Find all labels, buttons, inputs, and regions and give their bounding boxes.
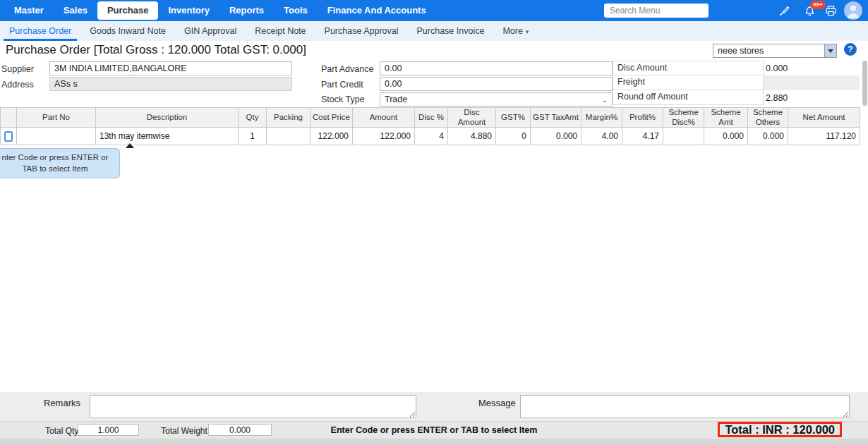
purchase-order-screen: Master Sales Purchase Inventory Reports … <box>0 0 868 445</box>
help-icon[interactable]: ? <box>844 43 857 56</box>
purchase-subnav: Purchase Order Goods Inward Note GIN App… <box>0 21 868 41</box>
footer-bar: Total Qty Total Weight Enter Code or pre… <box>0 421 868 439</box>
grid-item-row: 13th may itemwise 1 122.000 122.000 4 4.… <box>1 128 860 145</box>
header-scheme-others: Scheme Others <box>748 108 788 128</box>
part-advance-input[interactable] <box>380 61 613 75</box>
address-input <box>49 77 292 91</box>
row-checkbox[interactable] <box>4 131 13 142</box>
main-menu: Master Sales Purchase Inventory Reports … <box>0 0 436 21</box>
message-label: Message <box>478 398 516 408</box>
cell-scheme-amt[interactable]: 0.000 <box>704 128 748 145</box>
message-textarea[interactable] <box>520 395 850 418</box>
cell-part-no[interactable] <box>17 128 96 145</box>
disc-amount-label: Disc Amount <box>613 61 764 75</box>
header-description: Description <box>96 108 239 128</box>
bottom-strip <box>0 439 868 445</box>
cell-net-amount[interactable]: 117.120 <box>788 128 860 145</box>
tab-purchase-invoice[interactable]: Purchase Invoice <box>407 21 493 41</box>
freight-value[interactable] <box>764 75 860 90</box>
cell-cost-price[interactable]: 122.000 <box>311 128 353 145</box>
chevron-down-icon: ▾ <box>526 22 529 42</box>
header-margin-percent: Margin% <box>581 108 622 128</box>
tab-purchase-order[interactable]: Purchase Order <box>0 21 80 41</box>
header-packing: Packing <box>267 108 311 128</box>
cell-packing[interactable] <box>267 128 311 145</box>
supplier-input[interactable] <box>49 61 292 75</box>
printer-icon[interactable] <box>824 4 838 18</box>
vertical-scrollbar[interactable] <box>862 61 867 106</box>
header-part-no: Part No <box>17 108 96 128</box>
avatar[interactable] <box>844 1 862 20</box>
store-selector-dropdown-button[interactable] <box>825 44 837 58</box>
store-selector[interactable]: neee stores <box>713 44 837 58</box>
header-gst-percent: GST% <box>496 108 531 128</box>
cell-amount[interactable]: 122.000 <box>353 128 415 145</box>
total-weight-input[interactable] <box>208 424 272 436</box>
stock-type-value: Trade <box>385 95 407 104</box>
header-disc-amount: Disc Amount <box>448 108 496 128</box>
menu-tools[interactable]: Tools <box>274 0 318 21</box>
tab-receipt-note[interactable]: Receipt Note <box>246 21 315 41</box>
menu-reports[interactable]: Reports <box>219 0 274 21</box>
tab-goods-inward-note[interactable]: Goods Inward Note <box>80 21 175 41</box>
remarks-label: Remarks <box>44 398 80 408</box>
menu-master[interactable]: Master <box>4 0 54 21</box>
header-select-column <box>1 108 17 128</box>
header-qty: Qty <box>239 108 267 128</box>
header-scheme-disc: Scheme Disc% <box>663 108 704 128</box>
part-credit-label: Part Credit <box>321 80 363 90</box>
grid-header-row: Part No Description Qty Packing Cost Pri… <box>1 108 860 128</box>
tab-gin-approval[interactable]: GIN Approval <box>175 21 246 41</box>
part-credit-input[interactable] <box>380 77 613 91</box>
cell-row-select <box>1 128 17 145</box>
cell-disc-amount[interactable]: 4.880 <box>448 128 496 145</box>
total-qty-input[interactable] <box>78 424 139 436</box>
header-cost-price: Cost Price <box>311 108 353 128</box>
cell-gst-percent[interactable]: 0 <box>496 128 531 145</box>
header-disc-percent: Disc % <box>415 108 448 128</box>
tab-more[interactable]: More▾ <box>493 21 538 41</box>
tooltip-arrow-icon <box>126 143 134 148</box>
header-net-amount: Net Amount <box>788 108 860 128</box>
cell-qty[interactable]: 1 <box>239 128 267 145</box>
remarks-strip: Remarks Message <box>0 392 868 421</box>
header-scheme-amt: Scheme Amt <box>704 108 748 128</box>
address-label: Address <box>1 80 34 90</box>
notification-badge: 99+ <box>810 1 826 9</box>
cell-description[interactable]: 13th may itemwise <box>96 128 239 145</box>
tab-purchase-approval[interactable]: Purchase Approval <box>315 21 408 41</box>
enter-code-hint: Enter Code or press ENTER or TAB to sele… <box>311 425 557 435</box>
round-off-amount-value: 2.880 <box>766 93 788 103</box>
cell-profit-percent[interactable]: 4.17 <box>622 128 663 145</box>
cell-margin-percent[interactable]: 4.00 <box>581 128 622 145</box>
disc-amount-value: 0.000 <box>766 63 788 73</box>
header-amount: Amount <box>353 108 415 128</box>
menu-inventory[interactable]: Inventory <box>158 0 219 21</box>
menu-finance-and-accounts[interactable]: Finance And Accounts <box>318 0 436 21</box>
remarks-textarea[interactable] <box>90 395 416 418</box>
cell-scheme-disc[interactable] <box>663 128 704 145</box>
store-selector-value[interactable]: neee stores <box>713 44 825 58</box>
stock-type-select[interactable]: Trade ⌄ <box>380 92 613 106</box>
items-grid: Part No Description Qty Packing Cost Pri… <box>0 107 860 145</box>
total-qty-label: Total Qty <box>45 426 78 436</box>
chevron-down-icon: ⌄ <box>602 96 608 104</box>
search-menu-input[interactable] <box>604 4 709 18</box>
top-navbar: Master Sales Purchase Inventory Reports … <box>0 0 868 21</box>
round-off-amount-label: Round off Amount <box>613 90 764 105</box>
dropdown-arrow-icon <box>828 49 833 53</box>
part-advance-label: Part Advance <box>321 64 373 74</box>
total-weight-label: Total Weight <box>161 426 207 436</box>
cell-scheme-others[interactable]: 0.000 <box>748 128 788 145</box>
cell-gst-taxamt[interactable]: 0.000 <box>531 128 581 145</box>
header-profit-percent: Profit% <box>622 108 663 128</box>
header-gst-taxamt: GST TaxAmt <box>531 108 581 128</box>
stock-type-label: Stock Type <box>321 95 365 104</box>
title-bar: Purchase Order [Total Gross : 120.000 To… <box>0 41 868 61</box>
brush-icon[interactable] <box>778 4 791 18</box>
menu-purchase[interactable]: Purchase <box>97 1 159 20</box>
order-header-form: Supplier Address Part Advance Part Credi… <box>0 61 868 107</box>
menu-sales[interactable]: Sales <box>54 0 97 21</box>
grand-total: Total : INR : 120.000 <box>718 422 842 437</box>
cell-disc-percent[interactable]: 4 <box>415 128 448 145</box>
